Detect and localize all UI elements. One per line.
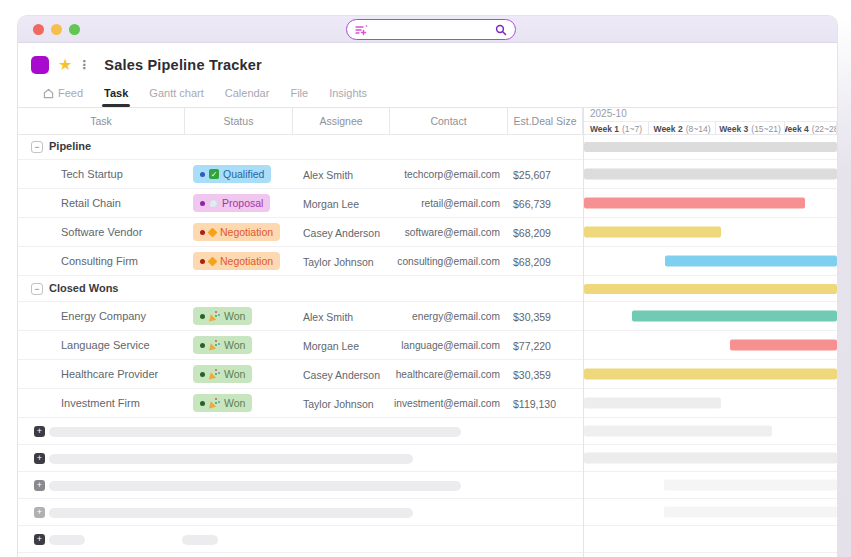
check-square-icon xyxy=(209,169,219,179)
status-badge[interactable]: Qualified xyxy=(193,165,271,183)
add-task-button[interactable] xyxy=(34,507,45,518)
contact-cell[interactable]: consulting@email.com xyxy=(390,256,500,267)
status-badge[interactable]: Won xyxy=(193,394,252,412)
task-name-cell[interactable]: Language Service xyxy=(61,339,150,351)
contact-cell[interactable]: investment@email.com xyxy=(390,398,500,409)
task-name-cell[interactable]: Energy Company xyxy=(61,310,146,322)
app-window: Sales Pipeline Tracker FeedTaskGantt cha… xyxy=(17,15,838,557)
assignee-cell[interactable]: Alex Smith xyxy=(303,311,353,323)
status-label: Negotiation xyxy=(220,226,273,238)
tab-insights[interactable]: Insights xyxy=(327,87,369,105)
minimize-button[interactable] xyxy=(51,24,62,35)
tab-feed[interactable]: Feed xyxy=(41,87,85,105)
assignee-cell[interactable]: Casey Anderson xyxy=(303,227,380,239)
gantt-bar[interactable] xyxy=(664,507,837,518)
assignee-cell[interactable]: Alex Smith xyxy=(303,169,353,181)
deal-size-cell[interactable]: $119,130 xyxy=(513,398,556,410)
task-name-cell[interactable]: Retail Chain xyxy=(61,197,121,209)
gantt-bar[interactable] xyxy=(665,256,837,267)
tab-task[interactable]: Task xyxy=(102,87,130,105)
assignee-cell[interactable]: Casey Anderson xyxy=(303,369,380,381)
contact-cell[interactable]: language@email.com xyxy=(390,340,500,351)
deal-size-cell[interactable]: $30,359 xyxy=(513,369,551,381)
status-badge[interactable]: Won xyxy=(193,365,252,383)
table-row: Healthcare ProviderWonCasey Andersonheal… xyxy=(18,360,838,389)
gantt-lane xyxy=(584,445,837,471)
deal-size-cell[interactable]: $68,209 xyxy=(513,227,551,239)
gantt-lane xyxy=(584,360,837,388)
contact-cell[interactable]: healthcare@email.com xyxy=(390,369,500,380)
party-popper-icon xyxy=(209,398,220,409)
gantt-bar[interactable] xyxy=(730,340,837,351)
gantt-bar[interactable] xyxy=(664,480,837,491)
tab-calendar[interactable]: Calendar xyxy=(223,87,272,105)
deal-size-cell[interactable]: $30,359 xyxy=(513,311,551,323)
kebab-menu-icon[interactable] xyxy=(78,58,90,72)
rows-container: PipelineTech StartupQualifiedAlex Smitht… xyxy=(18,134,838,553)
assignee-cell[interactable]: Taylor Johnson xyxy=(303,256,374,268)
table-row: Energy CompanyWonAlex Smithenergy@email.… xyxy=(18,302,838,331)
status-badge[interactable]: Proposal xyxy=(193,194,270,212)
deal-size-cell[interactable]: $25,607 xyxy=(513,169,551,181)
deal-size-cell[interactable]: $77,220 xyxy=(513,340,551,352)
gantt-lane xyxy=(584,134,837,159)
contact-cell[interactable]: energy@email.com xyxy=(390,311,500,322)
add-task-button[interactable] xyxy=(34,480,45,491)
status-badge[interactable]: Negotiation xyxy=(193,223,280,241)
status-badge[interactable]: Negotiation xyxy=(193,252,280,270)
group-row: Closed Wons xyxy=(18,276,838,302)
contact-cell[interactable]: techcorp@email.com xyxy=(390,169,500,180)
gantt-bar[interactable] xyxy=(584,198,805,209)
gantt-lane xyxy=(584,302,837,330)
task-name-cell[interactable]: Software Vendor xyxy=(61,226,142,238)
status-label: Qualified xyxy=(223,168,264,180)
collapse-group-button[interactable] xyxy=(31,283,43,295)
placeholder-row xyxy=(18,499,838,526)
gantt-week-row: Week 1(1~7)Week 2(8~14)Week 3(15~21)Week… xyxy=(584,121,837,134)
deal-size-cell[interactable]: $66,739 xyxy=(513,198,551,210)
status-badge[interactable]: Won xyxy=(193,336,252,354)
gantt-bar[interactable] xyxy=(584,142,837,152)
close-button[interactable] xyxy=(33,24,44,35)
assignee-cell[interactable]: Morgan Lee xyxy=(303,340,359,352)
gantt-bar[interactable] xyxy=(584,169,837,180)
status-badge[interactable]: Won xyxy=(193,307,252,325)
gantt-bar[interactable] xyxy=(584,284,837,294)
maximize-button[interactable] xyxy=(69,24,80,35)
add-task-button[interactable] xyxy=(34,534,45,545)
speech-bubble-icon xyxy=(209,199,218,208)
placeholder-row xyxy=(18,445,838,472)
gantt-bar[interactable] xyxy=(632,311,837,322)
search-input[interactable] xyxy=(346,19,516,40)
tab-gantt-chart[interactable]: Gantt chart xyxy=(147,87,205,105)
task-name-cell[interactable]: Investment Firm xyxy=(61,397,140,409)
tab-label: Feed xyxy=(58,87,83,99)
collapse-group-button[interactable] xyxy=(31,141,43,153)
gantt-bar[interactable] xyxy=(584,398,721,409)
gantt-bar[interactable] xyxy=(584,453,837,464)
tab-file[interactable]: File xyxy=(288,87,310,105)
contact-cell[interactable]: software@email.com xyxy=(390,227,500,238)
status-label: Won xyxy=(224,397,245,409)
gantt-bar[interactable] xyxy=(584,426,772,437)
deal-size-cell[interactable]: $68,209 xyxy=(513,256,551,268)
table-row: Tech StartupQualifiedAlex Smithtechcorp@… xyxy=(18,160,838,189)
task-name-cell[interactable]: Healthcare Provider xyxy=(61,368,158,380)
search-icon xyxy=(495,24,507,36)
contact-cell[interactable]: retail@email.com xyxy=(390,198,500,209)
assignee-cell[interactable]: Taylor Johnson xyxy=(303,398,374,410)
task-name-cell[interactable]: Consulting Firm xyxy=(61,255,138,267)
gantt-bar[interactable] xyxy=(584,369,837,380)
gantt-lane xyxy=(584,418,837,444)
assignee-cell[interactable]: Morgan Lee xyxy=(303,198,359,210)
favorite-star-icon[interactable] xyxy=(58,56,72,74)
task-name-cell[interactable]: Tech Startup xyxy=(61,168,123,180)
status-dot xyxy=(200,230,205,235)
add-task-button[interactable] xyxy=(34,453,45,464)
status-dot xyxy=(200,172,205,177)
add-task-button[interactable] xyxy=(34,426,45,437)
tab-label: Calendar xyxy=(225,87,270,99)
window-titlebar xyxy=(18,16,837,43)
gantt-bar[interactable] xyxy=(584,227,721,238)
status-dot xyxy=(200,401,205,406)
